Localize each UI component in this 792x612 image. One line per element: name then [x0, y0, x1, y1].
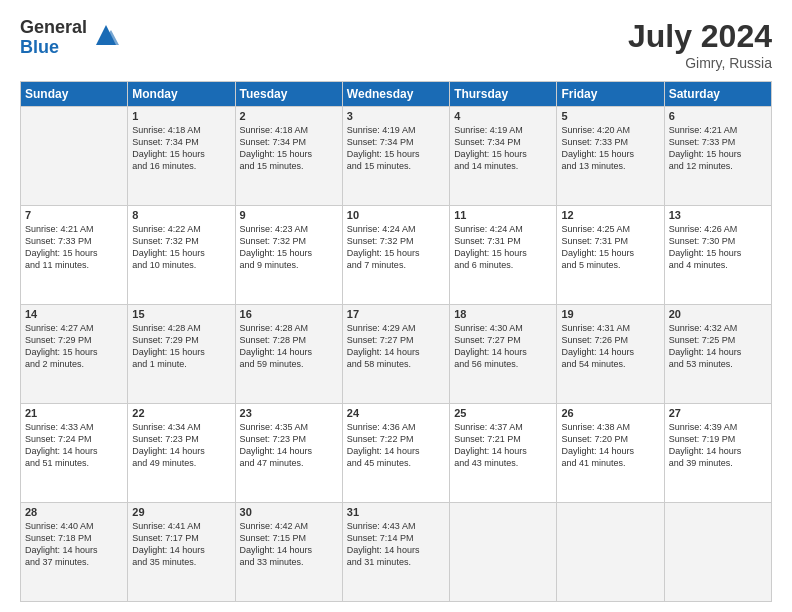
day-content: Sunrise: 4:19 AM Sunset: 7:34 PM Dayligh… — [454, 124, 552, 173]
logo-text: General Blue — [20, 18, 87, 58]
table-row: 23Sunrise: 4:35 AM Sunset: 7:23 PM Dayli… — [235, 404, 342, 503]
table-row: 17Sunrise: 4:29 AM Sunset: 7:27 PM Dayli… — [342, 305, 449, 404]
day-content: Sunrise: 4:18 AM Sunset: 7:34 PM Dayligh… — [132, 124, 230, 173]
day-number: 6 — [669, 110, 767, 122]
day-number: 2 — [240, 110, 338, 122]
table-row: 26Sunrise: 4:38 AM Sunset: 7:20 PM Dayli… — [557, 404, 664, 503]
col-tuesday: Tuesday — [235, 82, 342, 107]
day-content: Sunrise: 4:33 AM Sunset: 7:24 PM Dayligh… — [25, 421, 123, 470]
header: General Blue July 2024 Gimry, Russia — [20, 18, 772, 71]
day-number: 24 — [347, 407, 445, 419]
table-row — [664, 503, 771, 602]
day-number: 29 — [132, 506, 230, 518]
day-number: 31 — [347, 506, 445, 518]
table-row: 24Sunrise: 4:36 AM Sunset: 7:22 PM Dayli… — [342, 404, 449, 503]
table-row: 29Sunrise: 4:41 AM Sunset: 7:17 PM Dayli… — [128, 503, 235, 602]
col-saturday: Saturday — [664, 82, 771, 107]
logo-icon — [91, 20, 121, 50]
day-number: 1 — [132, 110, 230, 122]
day-number: 3 — [347, 110, 445, 122]
table-row: 6Sunrise: 4:21 AM Sunset: 7:33 PM Daylig… — [664, 107, 771, 206]
table-row: 21Sunrise: 4:33 AM Sunset: 7:24 PM Dayli… — [21, 404, 128, 503]
day-content: Sunrise: 4:41 AM Sunset: 7:17 PM Dayligh… — [132, 520, 230, 569]
day-number: 13 — [669, 209, 767, 221]
table-row: 27Sunrise: 4:39 AM Sunset: 7:19 PM Dayli… — [664, 404, 771, 503]
calendar-week-row: 1Sunrise: 4:18 AM Sunset: 7:34 PM Daylig… — [21, 107, 772, 206]
day-content: Sunrise: 4:20 AM Sunset: 7:33 PM Dayligh… — [561, 124, 659, 173]
day-content: Sunrise: 4:27 AM Sunset: 7:29 PM Dayligh… — [25, 322, 123, 371]
col-friday: Friday — [557, 82, 664, 107]
day-number: 18 — [454, 308, 552, 320]
day-content: Sunrise: 4:43 AM Sunset: 7:14 PM Dayligh… — [347, 520, 445, 569]
day-number: 30 — [240, 506, 338, 518]
col-sunday: Sunday — [21, 82, 128, 107]
day-number: 27 — [669, 407, 767, 419]
col-wednesday: Wednesday — [342, 82, 449, 107]
calendar-week-row: 28Sunrise: 4:40 AM Sunset: 7:18 PM Dayli… — [21, 503, 772, 602]
table-row: 20Sunrise: 4:32 AM Sunset: 7:25 PM Dayli… — [664, 305, 771, 404]
table-row — [450, 503, 557, 602]
day-content: Sunrise: 4:35 AM Sunset: 7:23 PM Dayligh… — [240, 421, 338, 470]
day-content: Sunrise: 4:39 AM Sunset: 7:19 PM Dayligh… — [669, 421, 767, 470]
day-number: 14 — [25, 308, 123, 320]
day-content: Sunrise: 4:22 AM Sunset: 7:32 PM Dayligh… — [132, 223, 230, 272]
table-row: 8Sunrise: 4:22 AM Sunset: 7:32 PM Daylig… — [128, 206, 235, 305]
day-number: 12 — [561, 209, 659, 221]
day-number: 10 — [347, 209, 445, 221]
table-row — [557, 503, 664, 602]
day-content: Sunrise: 4:24 AM Sunset: 7:31 PM Dayligh… — [454, 223, 552, 272]
day-content: Sunrise: 4:19 AM Sunset: 7:34 PM Dayligh… — [347, 124, 445, 173]
table-row: 28Sunrise: 4:40 AM Sunset: 7:18 PM Dayli… — [21, 503, 128, 602]
day-content: Sunrise: 4:42 AM Sunset: 7:15 PM Dayligh… — [240, 520, 338, 569]
table-row: 10Sunrise: 4:24 AM Sunset: 7:32 PM Dayli… — [342, 206, 449, 305]
table-row: 19Sunrise: 4:31 AM Sunset: 7:26 PM Dayli… — [557, 305, 664, 404]
col-thursday: Thursday — [450, 82, 557, 107]
table-row: 25Sunrise: 4:37 AM Sunset: 7:21 PM Dayli… — [450, 404, 557, 503]
table-row: 5Sunrise: 4:20 AM Sunset: 7:33 PM Daylig… — [557, 107, 664, 206]
day-content: Sunrise: 4:30 AM Sunset: 7:27 PM Dayligh… — [454, 322, 552, 371]
calendar-header-row: Sunday Monday Tuesday Wednesday Thursday… — [21, 82, 772, 107]
table-row — [21, 107, 128, 206]
day-number: 21 — [25, 407, 123, 419]
title-block: July 2024 Gimry, Russia — [628, 18, 772, 71]
day-content: Sunrise: 4:23 AM Sunset: 7:32 PM Dayligh… — [240, 223, 338, 272]
day-number: 8 — [132, 209, 230, 221]
table-row: 14Sunrise: 4:27 AM Sunset: 7:29 PM Dayli… — [21, 305, 128, 404]
table-row: 22Sunrise: 4:34 AM Sunset: 7:23 PM Dayli… — [128, 404, 235, 503]
table-row: 1Sunrise: 4:18 AM Sunset: 7:34 PM Daylig… — [128, 107, 235, 206]
day-content: Sunrise: 4:21 AM Sunset: 7:33 PM Dayligh… — [25, 223, 123, 272]
day-content: Sunrise: 4:38 AM Sunset: 7:20 PM Dayligh… — [561, 421, 659, 470]
day-number: 22 — [132, 407, 230, 419]
table-row: 31Sunrise: 4:43 AM Sunset: 7:14 PM Dayli… — [342, 503, 449, 602]
calendar-table: Sunday Monday Tuesday Wednesday Thursday… — [20, 81, 772, 602]
table-row: 15Sunrise: 4:28 AM Sunset: 7:29 PM Dayli… — [128, 305, 235, 404]
day-number: 9 — [240, 209, 338, 221]
day-number: 20 — [669, 308, 767, 320]
logo-blue: Blue — [20, 38, 87, 58]
table-row: 3Sunrise: 4:19 AM Sunset: 7:34 PM Daylig… — [342, 107, 449, 206]
calendar-week-row: 14Sunrise: 4:27 AM Sunset: 7:29 PM Dayli… — [21, 305, 772, 404]
day-number: 23 — [240, 407, 338, 419]
day-number: 16 — [240, 308, 338, 320]
table-row: 16Sunrise: 4:28 AM Sunset: 7:28 PM Dayli… — [235, 305, 342, 404]
table-row: 4Sunrise: 4:19 AM Sunset: 7:34 PM Daylig… — [450, 107, 557, 206]
day-content: Sunrise: 4:36 AM Sunset: 7:22 PM Dayligh… — [347, 421, 445, 470]
day-number: 28 — [25, 506, 123, 518]
table-row: 12Sunrise: 4:25 AM Sunset: 7:31 PM Dayli… — [557, 206, 664, 305]
day-number: 26 — [561, 407, 659, 419]
table-row: 7Sunrise: 4:21 AM Sunset: 7:33 PM Daylig… — [21, 206, 128, 305]
day-content: Sunrise: 4:21 AM Sunset: 7:33 PM Dayligh… — [669, 124, 767, 173]
calendar-week-row: 7Sunrise: 4:21 AM Sunset: 7:33 PM Daylig… — [21, 206, 772, 305]
table-row: 2Sunrise: 4:18 AM Sunset: 7:34 PM Daylig… — [235, 107, 342, 206]
logo-general: General — [20, 18, 87, 38]
table-row: 18Sunrise: 4:30 AM Sunset: 7:27 PM Dayli… — [450, 305, 557, 404]
location: Gimry, Russia — [628, 55, 772, 71]
day-number: 5 — [561, 110, 659, 122]
month-year: July 2024 — [628, 18, 772, 55]
day-content: Sunrise: 4:37 AM Sunset: 7:21 PM Dayligh… — [454, 421, 552, 470]
table-row: 13Sunrise: 4:26 AM Sunset: 7:30 PM Dayli… — [664, 206, 771, 305]
calendar-week-row: 21Sunrise: 4:33 AM Sunset: 7:24 PM Dayli… — [21, 404, 772, 503]
day-number: 19 — [561, 308, 659, 320]
table-row: 9Sunrise: 4:23 AM Sunset: 7:32 PM Daylig… — [235, 206, 342, 305]
day-number: 17 — [347, 308, 445, 320]
